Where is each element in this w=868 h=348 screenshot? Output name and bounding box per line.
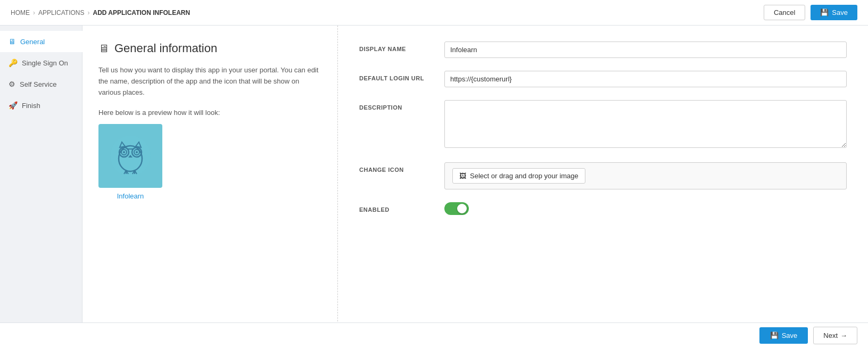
description-control (444, 100, 847, 150)
form-row-login-url: DEFAULT LOGIN URL (359, 71, 847, 87)
save-bottom-label: Save (782, 332, 798, 339)
display-name-control (444, 42, 847, 58)
breadcrumb-sep-2: › (87, 9, 89, 16)
content-area: 🖥 General information Tell us how you wa… (82, 26, 868, 348)
bottom-bar: 💾 Save Next → (0, 322, 868, 348)
login-url-input[interactable] (444, 71, 847, 87)
flag-icon: 🚀 (9, 101, 18, 110)
display-name-input[interactable] (444, 42, 847, 58)
app-icon-box (98, 124, 162, 188)
enabled-toggle[interactable] (444, 202, 469, 215)
sidebar-item-finish-label: Finish (22, 102, 40, 110)
breadcrumb-sep-1: › (33, 9, 35, 16)
sidebar-item-sso[interactable]: 🔑 Single Sign On (0, 52, 82, 73)
right-panel: DISPLAY NAME DEFAULT LOGIN URL DESCRIPTI… (338, 26, 868, 348)
top-bar-actions: Cancel 💾 Save (764, 5, 857, 20)
image-icon: 🖼 (459, 172, 466, 180)
form-row-change-icon: CHANGE ICON 🖼 Select or drag and drop yo… (359, 162, 847, 189)
section-title-text: General information (114, 42, 217, 55)
save-top-icon: 💾 (820, 9, 829, 16)
top-bar: HOME › APPLICATIONS › ADD APPLICATION IN… (0, 0, 868, 26)
save-bottom-button[interactable]: 💾 Save (759, 327, 808, 344)
save-top-button[interactable]: 💾 Save (811, 5, 857, 20)
cog-icon: ⚙ (9, 80, 15, 88)
monitor-icon: 🖥 (9, 37, 16, 46)
section-title: 🖥 General information (98, 42, 321, 55)
description-text: Tell us how you want to display this app… (98, 65, 321, 98)
owl-svg (109, 135, 152, 177)
breadcrumb-home[interactable]: HOME (11, 9, 30, 16)
breadcrumb: HOME › APPLICATIONS › ADD APPLICATION IN… (11, 9, 190, 16)
description-label: DESCRIPTION (359, 100, 444, 111)
sidebar-item-selfservice[interactable]: ⚙ Self Service (0, 73, 82, 95)
preview-label: Here below is a preview how it will look… (98, 109, 321, 117)
left-panel: 🖥 General information Tell us how you wa… (82, 26, 338, 348)
toggle-knob (457, 204, 467, 213)
sidebar-item-general-label: General (20, 38, 45, 46)
upload-button-label: Select or drag and drop your image (470, 172, 578, 180)
breadcrumb-current: ADD APPLICATION INFOLEARN (93, 9, 190, 16)
svg-point-4 (123, 151, 125, 153)
breadcrumb-applications[interactable]: APPLICATIONS (38, 9, 84, 16)
sidebar-item-selfservice-label: Self Service (20, 80, 56, 88)
login-url-control (444, 71, 847, 87)
change-icon-control: 🖼 Select or drag and drop your image (444, 162, 847, 189)
app-name-preview: Infolearn (117, 192, 144, 200)
form-row-enabled: ENABLED (359, 202, 847, 215)
enabled-label: ENABLED (359, 202, 444, 213)
form-row-display-name: DISPLAY NAME (359, 42, 847, 58)
section-monitor-icon: 🖥 (98, 43, 109, 55)
save-top-label: Save (832, 9, 848, 16)
change-icon-label: CHANGE ICON (359, 162, 444, 173)
sidebar-item-finish[interactable]: 🚀 Finish (0, 95, 82, 116)
next-button[interactable]: Next → (813, 327, 857, 344)
upload-button[interactable]: 🖼 Select or drag and drop your image (452, 168, 585, 184)
description-textarea[interactable] (444, 100, 847, 148)
app-preview: Infolearn (98, 124, 162, 200)
form-row-description: DESCRIPTION (359, 100, 847, 150)
display-name-label: DISPLAY NAME (359, 42, 444, 52)
next-label: Next (823, 332, 838, 339)
save-bottom-icon: 💾 (770, 332, 779, 339)
svg-point-7 (136, 151, 138, 153)
key-icon: 🔑 (9, 59, 18, 67)
enabled-control (444, 202, 847, 215)
sidebar: 🖥 General 🔑 Single Sign On ⚙ Self Servic… (0, 26, 82, 348)
upload-area: 🖼 Select or drag and drop your image (444, 162, 847, 189)
cancel-button[interactable]: Cancel (764, 5, 805, 20)
sidebar-item-general[interactable]: 🖥 General (0, 31, 82, 52)
main-layout: 🖥 General 🔑 Single Sign On ⚙ Self Servic… (0, 26, 868, 348)
next-arrow-icon: → (840, 332, 847, 339)
sidebar-item-sso-label: Single Sign On (22, 59, 68, 67)
login-url-label: DEFAULT LOGIN URL (359, 71, 444, 81)
